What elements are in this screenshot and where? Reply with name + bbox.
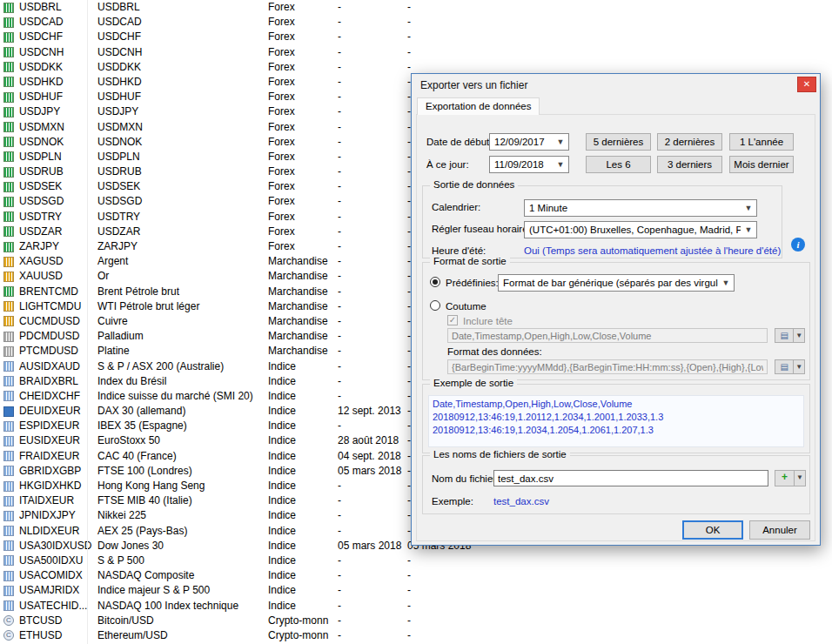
insert-field-icon: ▤ [775,329,793,342]
example-line: Date,Timestamp,Open,High,Low,Close,Volum… [429,396,803,411]
calendar-select[interactable]: 1 Minute ▼ [524,199,757,217]
cell-type: Indice [268,389,296,404]
cell-name: S & P 500 [97,553,144,568]
instrument-icon [3,47,14,57]
dst-value: Oui (Temps sera automatiquement ajustée … [524,245,781,256]
date-to-picker[interactable]: 11/09/2018 ▼ [489,156,569,173]
preset-last2-button[interactable]: 2 dernières [657,133,722,151]
include-header-label: Inclure tête [463,316,513,326]
table-row[interactable]: ETHUSDEthereum/USDCrypto-monn-- [0,628,832,643]
instrument-icon [3,197,14,207]
cell-symbol: JPNIDXJPY [19,508,76,523]
date-from-picker[interactable]: 12/09/2017 ▼ [489,133,569,151]
cancel-button[interactable]: Annuler [749,520,810,540]
custom-radio[interactable] [430,300,440,311]
timezone-select[interactable]: (UTC+01:00) Bruxelles, Copenhague, Madri… [524,221,757,238]
cell-symbol: USATECHID... [19,599,87,614]
cell-type: Indice [268,479,296,493]
output-example-group: Exemple de sortie Date,Timestamp,Open,Hi… [422,384,810,453]
data-format-menu-button[interactable]: ▤ ▼ [775,359,805,374]
filename-input[interactable] [493,470,768,486]
preset-3months-button[interactable]: 3 derniers [657,156,722,173]
cell-date1: - [338,599,341,614]
cell-date1: - [338,60,341,75]
chevron-down-icon[interactable]: ▼ [742,224,755,237]
example-line: 20180912,13:46:19,1.2034,1.2054,1.2061,1… [429,424,803,437]
cell-symbol: ITAIDXEUR [19,493,74,508]
cell-type: Indice [268,374,296,389]
cell-date2: - [407,568,411,583]
info-icon[interactable]: i [791,238,805,252]
cell-date1: 28 août 2018 [338,433,399,448]
add-filename-button[interactable]: + ▼ [775,470,806,486]
cell-date1: - [338,583,341,598]
output-filename-group-title: Les noms de fichiers de sortie [430,449,570,460]
table-row[interactable]: USAMJRIDXIndice majeur S & P 500Indice-- [0,583,832,598]
cell-type: Indice [268,433,296,448]
preset-last5-button[interactable]: 5 dernières [586,133,651,151]
cell-symbol: USAMJRIDX [19,583,79,598]
cell-date1: - [338,374,341,389]
chevron-down-icon[interactable]: ▼ [742,202,755,215]
instrument-icon [3,526,14,536]
predefined-format-select[interactable]: Format de bar générique (séparés par des… [498,274,735,292]
cell-type: Marchandise [268,329,328,344]
cell-date1: - [338,239,341,254]
dialog-title: Exporter vers un fichier [420,79,527,91]
cell-date1: - [338,553,341,568]
cell-symbol: USDTRY [19,210,62,225]
cell-symbol: USDSGD [19,194,64,209]
output-format-group: Format de sortie Prédéfinies: Format de … [422,262,810,380]
cell-type: Indice [268,404,296,419]
ok-button[interactable]: OK [682,520,743,540]
table-row[interactable]: USATECHID...NASDAQ 100 Index techniqueIn… [0,599,832,614]
cell-type: Indice [268,419,296,433]
cell-type: Indice [268,464,296,479]
table-row[interactable]: BTCUSDBitcoin/USDCrypto-monn-- [0,614,832,628]
cell-symbol: USDHUF [19,90,63,104]
table-row[interactable]: USDCNHUSDCNHForex-- [0,45,832,60]
instrument-icon [3,122,14,132]
table-row[interactable]: USDCHFUSDCHFForex-- [0,30,832,44]
chevron-down-icon[interactable]: ▼ [554,136,567,149]
cell-date1: - [338,269,341,284]
preset-1year-button[interactable]: 1 L'année [729,133,794,151]
cell-date2: - [407,30,411,44]
tab-data-export[interactable]: Exportation de données [417,97,540,115]
predefined-radio[interactable] [430,277,440,287]
cell-name: USDTRY [97,210,140,225]
cell-type: Forex [268,164,295,179]
cell-type: Forex [268,150,295,164]
cell-symbol: XAGUSD [19,254,64,269]
chevron-down-icon[interactable]: ▼ [554,158,567,171]
header-fields-menu-button[interactable]: ▤ ▼ [775,328,805,343]
header-fields-input[interactable] [447,328,768,343]
cell-name: Hong Kong Hang Seng [97,479,205,493]
table-row[interactable]: USDBRLUSDBRLForex-- [0,0,832,15]
preset-6months-button[interactable]: Les 6 [586,156,651,173]
chevron-down-icon[interactable]: ▼ [720,277,732,290]
cell-symbol: USDCAD [19,15,64,30]
output-example-panel: Date,Timestamp,Open,High,Low,Close,Volum… [428,395,804,447]
cell-symbol: DEUIDXEUR [19,404,81,419]
cell-type: Indice [268,553,296,568]
cell-symbol: USDBRL [19,0,62,15]
cell-name: Argent [97,254,128,269]
cell-date2: - [407,15,411,30]
dialog-titlebar[interactable]: Exporter vers un fichier ✕ [412,74,820,97]
preset-lastmonth-button[interactable]: Mois dernier [729,156,794,173]
cell-symbol: BTCUSD [19,614,62,628]
data-format-input[interactable] [447,359,768,374]
plus-icon: + [775,471,794,486]
table-row[interactable]: USA500IDXUS & P 500Indice-- [0,553,832,568]
instrument-icon [3,301,14,312]
include-header-checkbox[interactable]: ✓ [447,315,458,325]
cell-date1: - [338,225,341,239]
cell-type: Forex [268,179,295,194]
close-button[interactable]: ✕ [797,77,816,92]
table-row[interactable]: USDCADUSDCADForex-- [0,15,832,30]
cell-name: CAC 40 (France) [97,449,177,464]
table-row[interactable]: USACOMIDXNASDAQ CompositeIndice-- [0,568,832,583]
cell-type: Forex [268,194,295,209]
instrument-icon [3,540,14,551]
